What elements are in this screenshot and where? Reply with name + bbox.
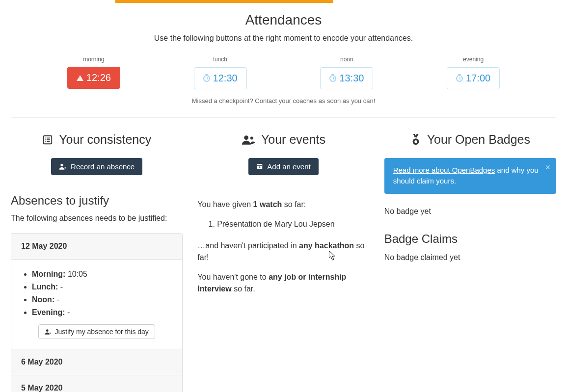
svg-point-1	[60, 164, 63, 166]
accordion-header[interactable]: 12 May 2020	[11, 234, 182, 259]
accordion-body: Morning: 10:05 Lunch: - Noon: - Evening:…	[11, 259, 182, 349]
checkpoint-evening-button[interactable]: 17:00	[447, 67, 500, 89]
events-interview-summary: You haven't gone to any job or internshi…	[197, 271, 369, 295]
list-check-icon	[42, 134, 53, 145]
add-event-label: Add an event	[267, 162, 310, 171]
record-absence-label: Record an absence	[71, 162, 135, 171]
checkpoint-morning-button[interactable]: 12:26	[67, 67, 120, 89]
svg-point-2	[64, 167, 66, 169]
user-cog-icon	[59, 163, 67, 170]
svg-point-3	[46, 329, 49, 332]
svg-point-4	[50, 332, 51, 333]
checkpoint-label: lunch	[157, 55, 284, 64]
svg-point-5	[244, 135, 248, 140]
absence-row: Morning: 10:05	[32, 268, 172, 280]
missed-checkpoint-note: Missed a checkpoint? Contact your coache…	[11, 96, 556, 106]
checkpoints-row: morning 12:26 lunch 12:30 noon 13:30 eve…	[11, 55, 556, 89]
absence-row: Lunch: -	[32, 281, 172, 293]
attendances-title: Attendances	[11, 10, 556, 30]
svg-point-6	[250, 136, 253, 139]
medal-icon	[410, 134, 421, 146]
absence-row: Noon: -	[32, 294, 172, 306]
user-cog-icon	[45, 329, 52, 335]
watch-list-item: Présentation de Mary Lou Jepsen	[217, 218, 369, 230]
stopwatch-icon	[456, 74, 463, 82]
no-badge-text: No badge yet	[384, 206, 556, 217]
justify-absence-label: Justify my absence for this day	[54, 328, 148, 336]
accordion-header[interactable]: 5 May 2020	[11, 375, 182, 392]
add-event-button[interactable]: Add an event	[248, 158, 318, 175]
absences-to-justify-title: Absences to justify	[11, 192, 183, 209]
openbadges-link[interactable]: Read more about OpenBadges	[393, 166, 495, 174]
checkpoint-noon-button[interactable]: 13:30	[320, 67, 373, 89]
checkpoint-time: 17:00	[466, 73, 490, 84]
checkpoint-label: evening	[410, 55, 537, 64]
absence-row: Evening: -	[32, 307, 172, 318]
accordion-header[interactable]: 6 May 2020	[11, 349, 182, 375]
events-hackathon-summary: …and haven't participated in any hackath…	[197, 240, 369, 263]
absences-accordion: 12 May 2020 Morning: 10:05 Lunch: - Noon…	[11, 233, 183, 392]
orange-strip	[115, 0, 333, 3]
checkpoint-time: 12:26	[86, 72, 111, 83]
consistency-title: Your consistency	[59, 131, 151, 149]
no-badge-claimed-text: No badge claimed yet	[384, 252, 556, 263]
stopwatch-icon	[329, 74, 336, 82]
warning-triangle-icon	[77, 75, 83, 81]
openbadges-alert: Read more about OpenBadges and why you s…	[384, 158, 556, 194]
record-absence-button[interactable]: Record an absence	[51, 158, 142, 175]
justify-absence-button[interactable]: Justify my absence for this day	[38, 324, 155, 339]
attendances-subtitle: Use the following buttons at the right m…	[11, 32, 556, 44]
checkpoint-lunch-button[interactable]: 12:30	[194, 67, 247, 89]
events-watch-summary: You have given 1 watch so far:	[197, 199, 369, 210]
events-title: Your events	[261, 131, 325, 149]
absences-to-justify-desc: The following absences needs to be justi…	[11, 212, 183, 224]
svg-point-9	[414, 140, 417, 143]
checkpoint-label: morning	[30, 55, 157, 64]
close-icon[interactable]: ×	[545, 163, 550, 172]
badge-claims-title: Badge Claims	[384, 230, 556, 248]
divider	[11, 117, 556, 118]
users-icon	[242, 135, 255, 145]
watch-list: Présentation de Mary Lou Jepsen	[197, 218, 369, 230]
checkpoint-time: 13:30	[339, 73, 364, 84]
calendar-plus-icon	[256, 163, 263, 170]
checkpoint-label: noon	[284, 55, 410, 64]
checkpoint-time: 12:30	[213, 73, 238, 84]
badges-title: Your Open Badges	[427, 131, 530, 149]
stopwatch-icon	[203, 74, 210, 82]
